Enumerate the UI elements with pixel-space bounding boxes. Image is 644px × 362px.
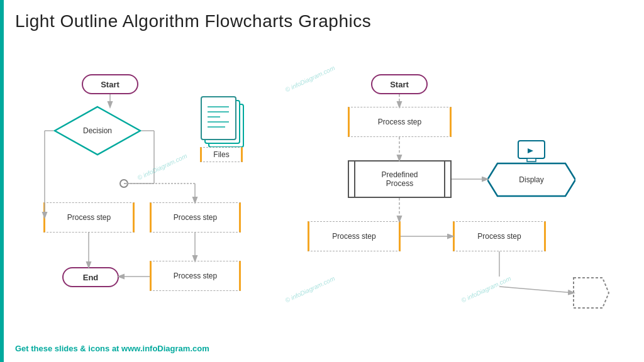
left-process1: Process step — [43, 202, 135, 233]
right-display-label: Display — [519, 175, 543, 184]
accent-bar — [0, 0, 4, 362]
right-process1: Process step — [348, 107, 452, 137]
files-label: Files — [200, 147, 243, 162]
watermark-2: © infoDiagram.com — [136, 152, 188, 181]
left-start-pill: Start — [82, 74, 138, 94]
right-predefined: Predefined Process — [348, 160, 452, 198]
right-process2: Process step — [308, 221, 401, 251]
footer: Get these slides & icons at www.infoDiag… — [15, 344, 209, 353]
watermark-3: © infoDiagram.com — [284, 275, 336, 304]
page-title: Light Outline Algorithm Flowcharts Graph… — [15, 11, 371, 31]
left-decision-diamond: Decision — [53, 106, 142, 156]
watermark-4: © infoDiagram.com — [460, 275, 512, 304]
right-start-pill: Start — [371, 74, 428, 94]
svg-marker-0 — [55, 107, 140, 155]
right-process3: Process step — [453, 221, 546, 251]
left-circle-connector — [119, 179, 128, 188]
svg-line-29 — [499, 287, 574, 293]
watermark-1: © infoDiagram.com — [284, 64, 336, 93]
files-icon: Files — [195, 93, 258, 162]
svg-rect-3 — [201, 97, 236, 140]
left-process2: Process step — [150, 202, 241, 233]
right-display: Display — [487, 162, 575, 197]
right-pentagon — [572, 277, 610, 309]
footer-prefix: Get these slides & icons at www. — [15, 344, 143, 353]
svg-rect-9 — [518, 141, 545, 158]
left-process3: Process step — [150, 261, 241, 291]
svg-rect-10 — [527, 158, 536, 162]
page: Light Outline Algorithm Flowcharts Graph… — [0, 0, 644, 362]
footer-brand: infoDiagram — [143, 344, 191, 353]
footer-suffix: .com — [190, 344, 209, 353]
left-end-pill: End — [62, 267, 119, 287]
